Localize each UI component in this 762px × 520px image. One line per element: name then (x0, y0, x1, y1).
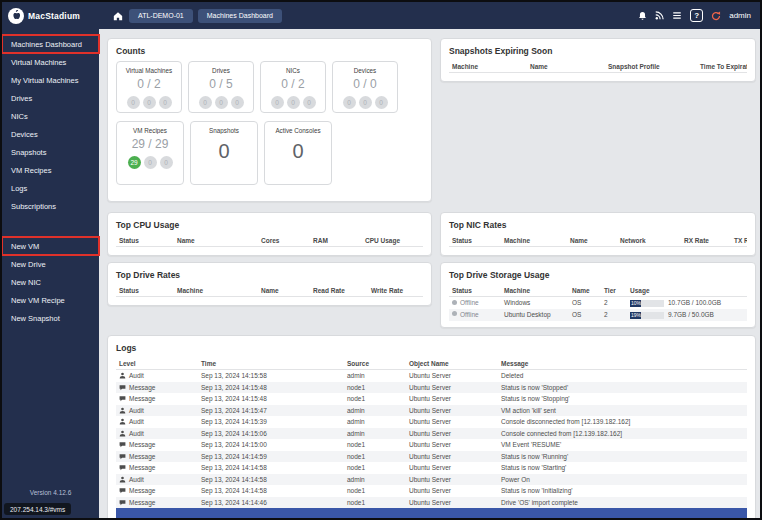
sidebar-item-logs[interactable]: Logs (2, 179, 99, 197)
machines-dashboard-nav-button[interactable]: Machines Dashboard (198, 9, 282, 23)
column-header-tier: Tier (601, 285, 627, 297)
log-row[interactable]: MessageSep 13, 2024 14:15:48node1Ubuntu … (116, 393, 747, 405)
user-menu[interactable]: admin (729, 11, 751, 20)
count-label: Active Consoles (268, 127, 328, 134)
count-badge: 0 (127, 96, 140, 109)
count-label: VM Recipes (120, 127, 180, 134)
count-card-virtual-machines: Virtual Machines0 / 2000 (116, 61, 182, 113)
log-row[interactable]: MessageSep 13, 2024 14:14:46node1Ubuntu … (116, 497, 747, 509)
source-cell: node1 (344, 462, 406, 474)
menu-icon[interactable] (672, 11, 682, 20)
time-cell: Sep 13, 2024 14:15:47 (198, 405, 344, 417)
message-cell: Status is now 'Starting' (498, 462, 747, 474)
source-cell: admin (344, 416, 406, 428)
message-cell: VM Event 'RESUME' (498, 439, 747, 451)
level-cell: Audit (116, 405, 198, 417)
table-row[interactable]: OfflineUbuntu DesktopOS219%9.7GB / 50.0G… (449, 309, 747, 321)
machine-cell: Windows (501, 297, 569, 309)
message-cell: Status is now 'Initializing' (498, 485, 747, 497)
table-header-row: MachineNameSnapshot ProfileTime To Expir… (449, 61, 747, 73)
sidebar-item-new-vm[interactable]: New VM (2, 237, 99, 255)
column-header-time-to-expiration: Time To Expiration (697, 61, 747, 73)
sidebar-item-vm-recipes[interactable]: VM Recipes (2, 161, 99, 179)
usage-text: 10.7GB / 100.0GB (668, 299, 721, 306)
home-icon[interactable] (113, 11, 123, 21)
table-header-row: StatusMachineNameNetworkRX RateTX Rate (449, 235, 747, 247)
host-nav-button[interactable]: ATL-DEMO-01 (129, 9, 193, 23)
count-card-devices: Devices0 / 0000 (332, 61, 398, 113)
brand-name: MacStadium (28, 11, 80, 21)
sidebar-item-virtual-machines[interactable]: Virtual Machines (2, 53, 99, 71)
log-row[interactable]: AuditSep 13, 2024 14:15:39adminUbuntu Se… (116, 416, 747, 428)
count-value: 0 / 5 (192, 77, 250, 91)
usage-text: 9.7GB / 50.0GB (668, 311, 714, 318)
count-label: NICs (264, 67, 322, 74)
time-cell: Sep 13, 2024 14:14:59 (198, 451, 344, 463)
count-card-snapshots: Snapshots0 (190, 121, 258, 185)
sidebar-item-devices[interactable]: Devices (2, 125, 99, 143)
column-header-level: Level (116, 358, 198, 370)
notifications-bell-icon[interactable] (638, 11, 647, 21)
usage-bar: 10% (630, 300, 664, 307)
sidebar-item-new-nic[interactable]: New NIC (2, 273, 99, 291)
log-row[interactable] (116, 508, 747, 518)
sidebar-item-my-virtual-machines[interactable]: My Virtual Machines (2, 71, 99, 89)
log-row[interactable]: AuditSep 13, 2024 14:15:58adminUbuntu Se… (116, 370, 747, 382)
help-icon[interactable]: ? (690, 9, 703, 22)
log-row[interactable]: AuditSep 13, 2024 14:15:06adminUbuntu Se… (116, 428, 747, 440)
table-header-row: StatusMachineNameRead RateWrite Rate (116, 285, 423, 297)
time-cell: Sep 13, 2024 14:14:58 (198, 462, 344, 474)
table-row[interactable]: OfflineWindowsOS210%10.7GB / 100.0GB (449, 297, 747, 309)
count-badge: 0 (303, 96, 316, 109)
object-name-cell: Ubuntu Server (406, 439, 498, 451)
tier-cell: 2 (601, 309, 627, 321)
object-name-cell: Ubuntu Server (406, 405, 498, 417)
log-row[interactable]: MessageSep 13, 2024 14:15:48node1Ubuntu … (116, 382, 747, 394)
count-card-active-consoles: Active Consoles0 (264, 121, 332, 185)
log-row[interactable]: AuditSep 13, 2024 14:15:47adminUbuntu Se… (116, 405, 747, 417)
time-cell: Sep 13, 2024 14:15:39 (198, 416, 344, 428)
source-cell: node1 (344, 393, 406, 405)
sidebar: Machines DashboardVirtual MachinesMy Vir… (2, 29, 99, 518)
level-cell: Audit (116, 370, 198, 382)
time-cell: Sep 13, 2024 14:15:06 (198, 428, 344, 440)
log-row[interactable]: MessageSep 13, 2024 14:14:59node1Ubuntu … (116, 451, 747, 463)
sidebar-item-new-drive[interactable]: New Drive (2, 255, 99, 273)
count-badge: 0 (287, 96, 300, 109)
link-preview-statusbar: 207.254.14.3/#vms (4, 503, 71, 515)
audit-user-icon (119, 430, 126, 437)
column-header-name: Name (258, 285, 310, 297)
column-header-machine: Machine (449, 61, 527, 73)
rss-feed-icon[interactable] (655, 11, 664, 20)
source-cell: admin (344, 370, 406, 382)
sidebar-item-subscriptions[interactable]: Subscriptions (2, 197, 99, 215)
top-drive-rates-table: StatusMachineNameRead RateWrite Rate (116, 285, 423, 297)
sidebar-item-new-vm-recipe[interactable]: New VM Recipe (2, 291, 99, 309)
count-badges: 2900 (120, 156, 180, 169)
top-drive-storage-table: StatusMachineNameTierUsageOfflineWindows… (449, 285, 747, 321)
column-header-object-name: Object Name (406, 358, 498, 370)
sidebar-item-new-snapshot[interactable]: New Snapshot (2, 309, 99, 327)
log-row[interactable]: MessageSep 13, 2024 14:14:58node1Ubuntu … (116, 462, 747, 474)
source-cell: admin (344, 474, 406, 486)
column-header-machine: Machine (501, 235, 567, 247)
log-row[interactable]: AuditSep 13, 2024 14:14:58adminUbuntu Se… (116, 474, 747, 486)
column-header-status: Status (116, 285, 174, 297)
sidebar-item-machines-dashboard[interactable]: Machines Dashboard (2, 35, 99, 53)
count-value: 0 / 0 (336, 77, 394, 91)
panel-title: Top NIC Rates (449, 220, 747, 230)
column-header-snapshot-profile: Snapshot Profile (605, 61, 697, 73)
sidebar-item-nics[interactable]: NICs (2, 107, 99, 125)
sidebar-item-drives[interactable]: Drives (2, 89, 99, 107)
table-header-row: StatusNameCoresRAMCPU Usage (116, 235, 423, 247)
audit-user-icon (119, 418, 126, 425)
counts-panel: Counts Virtual Machines0 / 2000Drives0 /… (107, 38, 432, 202)
count-badge: 0 (199, 96, 212, 109)
log-row[interactable]: MessageSep 13, 2024 14:15:00node1Ubuntu … (116, 439, 747, 451)
log-row[interactable]: MessageSep 13, 2024 14:14:58node1Ubuntu … (116, 485, 747, 497)
refresh-icon[interactable] (711, 11, 721, 21)
top-nic-rates-panel: Top NIC Rates StatusMachineNameNetworkRX… (440, 212, 756, 256)
message-icon (119, 499, 126, 506)
count-badge: 0 (375, 96, 388, 109)
sidebar-item-snapshots[interactable]: Snapshots (2, 143, 99, 161)
